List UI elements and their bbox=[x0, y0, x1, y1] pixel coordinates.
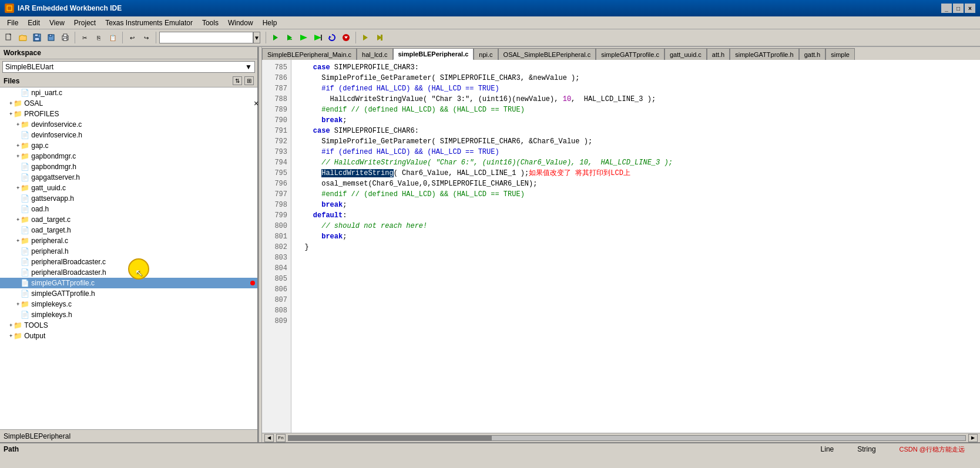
editor-tab[interactable]: simpleGATTprofile.c bbox=[596, 48, 664, 60]
tree-item[interactable]: +📄oad.h bbox=[0, 204, 257, 214]
tree-item[interactable]: +📄simpleGATTprofile.c bbox=[0, 278, 257, 288]
scroll-right-button[interactable]: ▶ bbox=[968, 434, 978, 442]
scroll-left-button[interactable]: ◀ bbox=[264, 434, 274, 442]
step-in-button[interactable] bbox=[283, 31, 296, 44]
line-label: Line bbox=[821, 445, 834, 454]
nav-dropdown-btn[interactable]: ▼ bbox=[253, 32, 260, 43]
tree-item[interactable]: +📄peripheralBroadcaster.h bbox=[0, 267, 257, 278]
tree-item[interactable]: +📁TOOLS bbox=[0, 320, 257, 331]
run-button[interactable] bbox=[297, 31, 310, 44]
separator-1 bbox=[75, 32, 75, 43]
menu-help[interactable]: Help bbox=[258, 18, 282, 28]
scroll-track[interactable] bbox=[288, 435, 966, 441]
tree-item[interactable]: +📁gap.c bbox=[0, 140, 257, 151]
paste-button[interactable]: 📋 bbox=[106, 31, 119, 44]
code-line: break; bbox=[296, 115, 975, 126]
download-button[interactable] bbox=[340, 31, 353, 44]
undo-button[interactable]: ↩ bbox=[126, 31, 139, 44]
cut-button[interactable]: ✂ bbox=[78, 31, 91, 44]
tree-item[interactable]: +📄gapbondmgr.h bbox=[0, 161, 257, 172]
tree-item[interactable]: +📁simplekeys.c bbox=[0, 299, 257, 309]
editor-tab[interactable]: gatt_uuid.c bbox=[664, 48, 707, 60]
menu-tools[interactable]: Tools bbox=[197, 18, 223, 28]
tree-item[interactable]: +📄gapgattserver.h bbox=[0, 172, 257, 183]
redo-button[interactable]: ↪ bbox=[140, 31, 153, 44]
menu-view[interactable]: View bbox=[45, 18, 69, 28]
menu-edit[interactable]: Edit bbox=[23, 18, 45, 28]
code-line: case SIMPLEPROFILE_CHAR6: bbox=[296, 126, 975, 136]
menu-ti-emulator[interactable]: Texas Instruments Emulator bbox=[100, 18, 197, 28]
separator-5 bbox=[355, 32, 356, 43]
nav-input[interactable] bbox=[159, 32, 253, 43]
print-button[interactable] bbox=[59, 31, 72, 44]
step-over-button[interactable] bbox=[269, 31, 282, 44]
tree-item[interactable]: +📁devinfoservice.c bbox=[0, 119, 257, 130]
tree-item[interactable]: +📄simpleGATTprofile.h bbox=[0, 288, 257, 299]
workspace-close-button[interactable]: × bbox=[254, 99, 259, 108]
tree-item[interactable]: +📁oad_target.c bbox=[0, 214, 257, 225]
tree-item[interactable]: +📁gatt_uuid.c bbox=[0, 183, 257, 193]
code-line: default: bbox=[296, 210, 975, 221]
expand-icon: + bbox=[16, 153, 19, 159]
editor-content[interactable]: 7857867877887897907917927937947957967977… bbox=[262, 60, 980, 433]
editor-tab[interactable]: simpleBLEPeripheral.c bbox=[393, 48, 474, 60]
saveall-button[interactable] bbox=[45, 31, 58, 44]
tree-item[interactable]: +📁PROFILES bbox=[0, 109, 257, 119]
editor-tab[interactable]: OSAL_SimpleBLEPeripheral.c bbox=[498, 48, 596, 60]
expand-icon: + bbox=[16, 301, 19, 307]
code-area[interactable]: case SIMPLEPROFILE_CHAR3: SimpleProfile_… bbox=[291, 60, 980, 433]
tree-item[interactable]: +📄gattservapp.h bbox=[0, 193, 257, 204]
workspace-selector[interactable]: SimpleBLEUart ▼ bbox=[2, 61, 255, 73]
scroll-thumb[interactable] bbox=[288, 436, 492, 440]
line-number: 795 bbox=[262, 168, 291, 179]
tree-item[interactable]: +📄npi_uart.c bbox=[0, 87, 257, 98]
save-button[interactable] bbox=[31, 31, 43, 44]
tree-item[interactable]: +📄peripheral.h bbox=[0, 246, 257, 257]
editor-tab[interactable]: hal_lcd.c bbox=[357, 48, 392, 60]
menu-file[interactable]: File bbox=[2, 18, 23, 28]
open-button[interactable] bbox=[16, 31, 29, 44]
tree-item[interactable]: +📁Output bbox=[0, 331, 257, 341]
tree-item-label: oad_target.h bbox=[31, 226, 71, 234]
menu-project[interactable]: Project bbox=[69, 18, 100, 28]
tree-item[interactable]: +📁OSAL bbox=[0, 98, 257, 109]
editor-tab[interactable]: SimpleBLEPeripheral_Main.c bbox=[262, 48, 357, 60]
close-button[interactable]: × bbox=[965, 4, 975, 13]
editor-scrollbar[interactable]: ◀ Fn ▶ bbox=[262, 433, 980, 442]
editor-tab[interactable]: att.h bbox=[707, 48, 730, 60]
new-button[interactable] bbox=[2, 31, 15, 44]
tree-item[interactable]: +📄peripheralBroadcaster.c bbox=[0, 257, 257, 267]
files-toggle-button[interactable]: ⇅ bbox=[233, 76, 242, 85]
editor-tab[interactable]: gatt.h bbox=[799, 48, 826, 60]
fn-button[interactable]: Fn bbox=[276, 434, 286, 442]
line-number: 793 bbox=[262, 147, 291, 157]
folder-icon: 📁 bbox=[21, 120, 29, 129]
nav-dropdown[interactable]: ▼ bbox=[159, 32, 260, 43]
copy-button[interactable]: ⎘ bbox=[92, 31, 105, 44]
tree-item[interactable]: +📁peripheral.c bbox=[0, 235, 257, 246]
run2-button[interactable] bbox=[311, 31, 324, 44]
tree-item[interactable]: +📁gapbondmgr.c bbox=[0, 151, 257, 161]
tree-item[interactable]: +📄simplekeys.h bbox=[0, 309, 257, 320]
minimize-button[interactable]: _ bbox=[941, 4, 952, 13]
files-tree: +📄npi_uart.c+📁OSAL+📁PROFILES+📁devinfoser… bbox=[0, 87, 257, 429]
debug-button[interactable] bbox=[359, 31, 372, 44]
file-icon: 📄 bbox=[21, 131, 29, 139]
workspace-selector-arrow[interactable]: ▼ bbox=[245, 63, 252, 71]
tree-item[interactable]: +📄devinfoservice.h bbox=[0, 130, 257, 140]
file-icon: 📄 bbox=[21, 163, 29, 171]
expand-icon: + bbox=[16, 143, 19, 149]
workspace-panel: × Workspace SimpleBLEUart ▼ Files ⇅ ⊞ +📄… bbox=[0, 47, 259, 442]
editor-tab[interactable]: simpleGATTprofile.h bbox=[730, 48, 798, 60]
tree-item[interactable]: +📄oad_target.h bbox=[0, 225, 257, 235]
files-expand-button[interactable]: ⊞ bbox=[244, 76, 254, 85]
reset-button[interactable] bbox=[325, 31, 338, 44]
line-number: 786 bbox=[262, 73, 291, 83]
editor-tab[interactable]: simple bbox=[825, 48, 855, 60]
expand-icon: + bbox=[9, 111, 12, 117]
maximize-button[interactable]: □ bbox=[953, 4, 964, 13]
menu-window[interactable]: Window bbox=[223, 18, 258, 28]
stop-button[interactable] bbox=[373, 31, 386, 44]
editor-tab[interactable]: npi.c bbox=[474, 48, 498, 60]
code-line: #if (defined HAL_LCD) && (HAL_LCD == TRU… bbox=[296, 83, 975, 94]
